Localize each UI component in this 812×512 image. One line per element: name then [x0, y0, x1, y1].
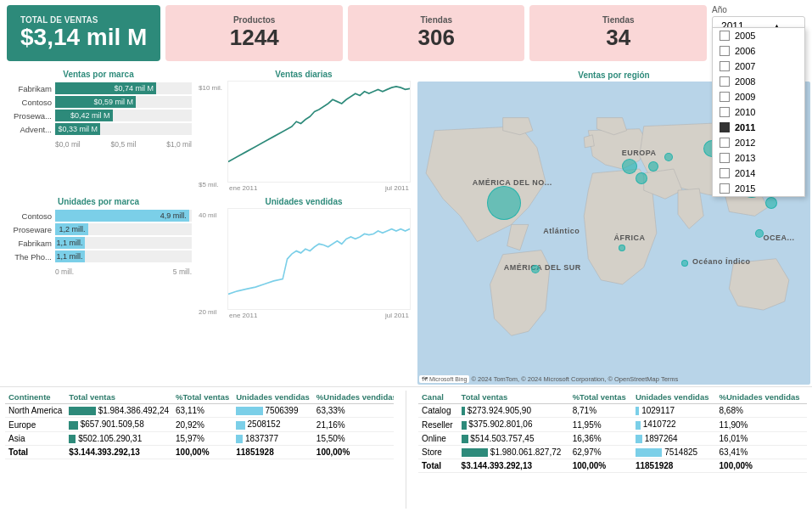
year-option-2011[interactable]: 2011	[713, 120, 804, 135]
table-cell-key: Asia	[5, 431, 65, 445]
table-cell-total: $514.503.757,45	[458, 431, 569, 445]
unidades-vendidas-wrapper: 40 mil20 mil ene 2011jul 2011	[197, 208, 411, 319]
year-option-2006[interactable]: 2006	[713, 43, 804, 59]
table-header: Total ventas	[458, 391, 569, 404]
year-option-2014[interactable]: 2014	[713, 166, 804, 181]
mini-bar-ventas	[462, 448, 489, 457]
kpi-tiendas-value: 306	[418, 25, 455, 51]
mini-bar-unidades	[236, 435, 243, 443]
table-cell-total: $1.980.061.827,72	[458, 446, 569, 459]
year-checkbox-2013	[720, 153, 730, 163]
bar-value: 1,1 mill.	[56, 252, 82, 261]
ventas-por-marca-chart: Ventas por marca Fabrikam $0,74 mil M Co…	[5, 70, 192, 192]
table-cell-pct-ventas: 8,71%	[569, 404, 632, 418]
table-header: Canal	[418, 391, 458, 404]
year-checkbox-2007	[720, 61, 730, 71]
table-total-row: Total$3.144.393.292,13100,00%11851928100…	[418, 459, 807, 473]
left-panel: Ventas por marca Fabrikam $0,74 mil M Co…	[0, 66, 416, 386]
mini-bar-unidades	[636, 435, 642, 443]
yaxis-label: $5 mil.	[199, 181, 222, 188]
table-cell-total: $375.902.801,06	[458, 418, 569, 431]
axis-label: $1,0 mil	[166, 140, 192, 149]
ventas-marca-axis: $0,0 mil$0,5 mil$1,0 mil	[5, 140, 192, 149]
table-total-cell: 100,00%	[313, 446, 394, 459]
table-header: Total ventas	[65, 391, 172, 404]
kpi-productos-value: 1244	[230, 25, 279, 51]
table-cell-pct-ventas: 15,97%	[172, 431, 232, 445]
kpi-tiendas-label: Tiendas	[420, 15, 452, 25]
map-bubble	[681, 260, 688, 267]
bottom-charts-row: Unidades por marca Contoso 4,9 mill. Pro…	[5, 197, 411, 319]
year-option-2010[interactable]: 2010	[713, 104, 804, 120]
mini-bar-unidades	[636, 407, 640, 415]
year-checkbox-2005	[720, 31, 730, 41]
kpi-total-value: $3,14 mil M	[20, 25, 147, 51]
main-content: Ventas por marca Fabrikam $0,74 mil M Co…	[0, 66, 812, 386]
table-cell-key: Reseller	[418, 418, 458, 431]
table-cell-pct-unidades: 8,68%	[716, 404, 807, 418]
unidades-vendidas-chart: Unidades vendidas 40 mil20 mil ene 2011j…	[197, 197, 411, 319]
unidades-marca-title: Unidades por marca	[5, 197, 192, 206]
table-cell-pct-unidades: 16,01%	[716, 431, 807, 445]
year-dropdown-list[interactable]: 2005200620072008200920102011201220132014…	[712, 27, 805, 197]
year-option-2008[interactable]: 2008	[713, 74, 804, 89]
table-header: Continente	[5, 391, 65, 404]
table-divider	[406, 391, 406, 509]
mini-bar-ventas	[69, 421, 78, 430]
year-checkbox-2008	[720, 76, 730, 87]
bar-container: $0,42 mil M	[55, 110, 192, 121]
axis-label: 5 mill.	[173, 267, 192, 276]
year-option-2013[interactable]: 2013	[713, 150, 804, 166]
table-header: Unidades vendidas	[632, 391, 716, 404]
table-cell-pct-ventas: 11,95%	[569, 418, 632, 431]
ventas-diarias-area	[227, 81, 411, 183]
table-cell-pct-unidades: 63,41%	[716, 446, 807, 459]
year-checkbox-2011	[720, 122, 730, 132]
xaxis-label: jul 2011	[385, 184, 409, 192]
mini-bar-unidades	[236, 421, 245, 430]
yaxis-label: 40 mil	[199, 211, 216, 219]
bar-label: Contoso	[5, 98, 52, 107]
year-option-2005[interactable]: 2005	[713, 28, 804, 43]
table-header: %Total ventas	[172, 391, 232, 404]
year-option-2009[interactable]: 2009	[713, 89, 804, 104]
axis-label: $0,5 mil	[111, 140, 137, 149]
bar-label: Proseware	[5, 225, 52, 234]
year-option-2015[interactable]: 2015	[713, 181, 804, 196]
year-option-2012[interactable]: 2012	[713, 135, 804, 150]
yaxis-label: 20 mil	[199, 308, 216, 316]
bar-container: $0,59 mil M	[55, 96, 192, 108]
bar-row: Contoso 4,9 mill.	[5, 210, 192, 222]
map-credit: 🗺 Microsoft Bing © 2024 TomTom, © 2024 M…	[419, 375, 678, 383]
table-total-cell: $3.144.393.292,13	[458, 459, 569, 473]
bar-value: $0,33 mil M	[59, 125, 98, 133]
bar-label: Prosewa...	[5, 111, 52, 121]
mini-bar-ventas	[69, 435, 76, 443]
bar-row: Prosewa... $0,42 mil M	[5, 110, 192, 121]
year-option-2007[interactable]: 2007	[713, 59, 804, 74]
kpi-tiendas: Tiendas 306	[348, 5, 525, 61]
mini-bar-ventas	[462, 407, 466, 415]
table-cell-pct-unidades: 21,16%	[313, 418, 394, 431]
map-title-text: Ventas por región	[578, 70, 649, 80]
table-cell-unidades: 1410722	[632, 418, 716, 431]
table-total-cell: Total	[418, 459, 458, 473]
table-cell-key: Online	[418, 431, 458, 445]
table-cell-key: North America	[5, 404, 65, 418]
table-row: Reseller $375.902.801,0611,95% 141072211…	[418, 418, 807, 431]
bar-label: Fabrikam	[5, 239, 52, 248]
unidades-vendidas-title: Unidades vendidas	[197, 197, 411, 206]
table-row: Europe $657.901.509,5820,92% 250815221,1…	[5, 418, 394, 431]
table-total-cell: $3.144.393.292,13	[65, 446, 172, 459]
bar-fill: $0,74 mil M	[55, 82, 156, 94]
map-credit-text: © 2024 TomTom, © 2024 Microsoft Corporat…	[471, 375, 678, 383]
table-cell-unidades: 7514825	[632, 446, 716, 459]
mini-bar-ventas	[462, 421, 467, 430]
year-filter[interactable]: Año 2011 ▲ 20052006200720082009201020112…	[712, 5, 805, 61]
table-row: Asia $502.105.290,3115,97% 183737715,50%	[5, 431, 394, 445]
kpi-total-ventas: Total de ventas $3,14 mil M	[7, 5, 160, 61]
table-total-cell: 100,00%	[569, 459, 632, 473]
bar-container: 1,1 mill.	[55, 250, 192, 262]
map-bubble	[765, 197, 777, 209]
ventas-diarias-yaxis: $10 mil.$5 mil.	[197, 81, 224, 192]
